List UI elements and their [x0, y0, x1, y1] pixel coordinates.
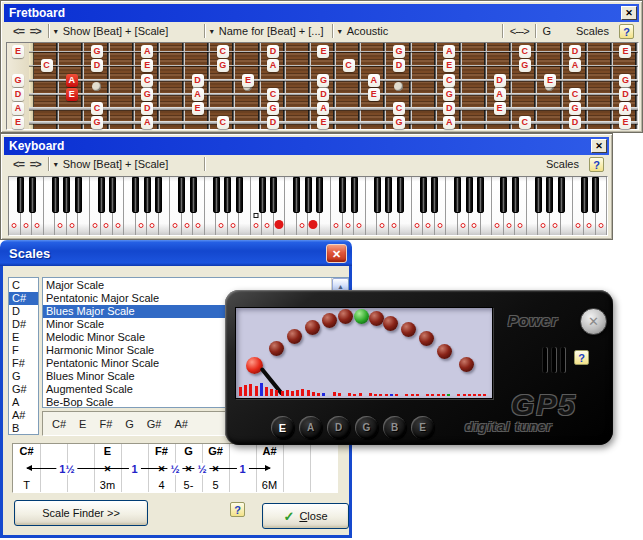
piano-black-key[interactable] — [431, 177, 438, 213]
piano-black-key[interactable] — [224, 177, 231, 213]
piano-black-key[interactable] — [75, 177, 82, 213]
piano-black-key[interactable] — [109, 177, 116, 213]
keyboard-toolbar: <= => ▾ Show [Beat] + [Scale] Scales ? — [4, 155, 609, 173]
piano-black-key[interactable] — [293, 177, 300, 213]
piano-black-key[interactable] — [512, 177, 519, 213]
piano-black-key[interactable] — [52, 177, 59, 213]
fretboard-note-chip: A — [443, 45, 455, 58]
fretboard-titlebar[interactable]: Fretboard ✕ — [4, 4, 639, 22]
tuner-string-button-5-b[interactable]: B — [383, 416, 406, 439]
scales-button[interactable]: Scales — [574, 25, 611, 37]
root-item-d[interactable]: D — [9, 305, 38, 318]
next-beat-button[interactable]: => — [27, 158, 44, 170]
piano-black-key[interactable] — [546, 177, 553, 213]
piano-black-key[interactable] — [144, 177, 151, 213]
piano-black-key[interactable] — [316, 177, 323, 213]
piano-note-active — [274, 220, 283, 229]
piano-black-key[interactable] — [155, 177, 162, 213]
scale-finder-button[interactable]: Scale Finder >> — [14, 500, 148, 526]
show-mode-dropdown[interactable]: ▾ Show [Beat] + [Scale] — [54, 158, 200, 170]
fret-wire — [132, 43, 135, 129]
close-label: Close — [299, 510, 327, 522]
desktop: Fretboard ✕ <= => ▾ Show [Beat] + [Scale… — [0, 0, 643, 540]
tuner-string-button-2-a[interactable]: A — [299, 416, 322, 439]
diagram-note-name: G# — [208, 445, 223, 457]
piano-black-key[interactable] — [454, 177, 461, 213]
piano-black-key[interactable] — [466, 177, 473, 213]
next-beat-button[interactable]: => — [27, 25, 44, 37]
piano-black-key[interactable] — [236, 177, 243, 213]
piano-black-key[interactable] — [558, 177, 565, 213]
spectrum-bar — [390, 394, 393, 396]
help-icon[interactable]: ? — [589, 157, 604, 172]
fretboard-close-button[interactable]: ✕ — [621, 6, 637, 20]
piano-black-key[interactable] — [213, 177, 220, 213]
piano-note-ring — [575, 223, 580, 228]
root-note-list[interactable]: CC#DD#EFF#GG#AA#B — [8, 277, 39, 435]
root-item-f[interactable]: F — [9, 344, 38, 357]
piano-note-ring — [196, 223, 201, 228]
piano-black-key[interactable] — [374, 177, 381, 213]
tuner-string-button-3-d[interactable]: D — [327, 416, 350, 439]
root-item-b[interactable]: B — [9, 422, 38, 435]
piano-black-key[interactable] — [385, 177, 392, 213]
piano-black-key[interactable] — [178, 177, 185, 213]
tuner-string-button-1-e[interactable]: E — [271, 416, 294, 439]
previous-beat-button[interactable]: <= — [10, 25, 27, 37]
root-item-g-sharp[interactable]: G# — [9, 383, 38, 396]
root-item-d-sharp[interactable]: D# — [9, 318, 38, 331]
fretboard-graphic[interactable]: EGACDEGACDECDEGACDEGAGACDEGACDEGDEGACDEG… — [6, 42, 639, 130]
power-button[interactable]: ✕ — [580, 308, 607, 335]
piano-black-key[interactable] — [98, 177, 105, 213]
piano-black-key[interactable] — [305, 177, 312, 213]
fretboard-note-chip: E — [12, 116, 24, 129]
root-item-c[interactable]: C — [9, 279, 38, 292]
scales-button[interactable]: Scales — [544, 158, 581, 170]
name-mode-dropdown[interactable]: ▾ Name for [Beat] + [...] — [210, 25, 328, 37]
piano-black-key[interactable] — [397, 177, 404, 213]
check-icon: ✓ — [283, 509, 294, 524]
tuner-string-button-6-e[interactable]: E — [411, 416, 434, 439]
piano-black-key[interactable] — [132, 177, 139, 213]
span-mode-button[interactable]: <---> — [508, 25, 531, 37]
spectrum-bar — [255, 386, 258, 396]
keyboard-close-button[interactable]: ✕ — [591, 139, 607, 153]
help-icon[interactable]: ? — [619, 24, 634, 39]
spectrum-bar — [333, 392, 336, 396]
piano-black-key[interactable] — [339, 177, 346, 213]
previous-beat-button[interactable]: <= — [10, 158, 27, 170]
instrument-dropdown[interactable]: ▾ Acoustic — [338, 25, 498, 37]
root-item-f-sharp[interactable]: F# — [9, 357, 38, 370]
fretboard-note-chip: G — [443, 88, 455, 101]
piano-black-key[interactable] — [477, 177, 484, 213]
scales-titlebar[interactable]: Scales ✕ — [0, 240, 352, 266]
show-mode-dropdown[interactable]: ▾ Show [Beat] + [Scale] — [54, 25, 200, 37]
piano-black-key[interactable] — [17, 177, 24, 213]
keyboard-titlebar[interactable]: Keyboard ✕ — [4, 137, 609, 155]
piano-black-key[interactable] — [500, 177, 507, 213]
piano-black-key[interactable] — [270, 177, 277, 213]
piano-note-ring — [460, 223, 465, 228]
piano-black-key[interactable] — [420, 177, 427, 213]
piano-black-key[interactable] — [29, 177, 36, 213]
close-button[interactable]: ✓ Close — [262, 503, 349, 529]
piano-black-key[interactable] — [581, 177, 588, 213]
root-item-g[interactable]: G — [9, 370, 38, 383]
scales-close-button[interactable]: ✕ — [326, 244, 347, 263]
tuning-indicator: G — [541, 25, 554, 37]
root-item-e[interactable]: E — [9, 331, 38, 344]
piano-black-key[interactable] — [259, 177, 266, 213]
root-item-a-sharp[interactable]: A# — [9, 409, 38, 422]
fretboard-note-chip: A — [317, 102, 329, 115]
tuner-string-button-4-g[interactable]: G — [355, 416, 378, 439]
piano-black-key[interactable] — [63, 177, 70, 213]
root-item-c-sharp[interactable]: C# — [9, 292, 38, 305]
piano-black-key[interactable] — [592, 177, 599, 213]
help-icon[interactable]: ? — [230, 502, 245, 517]
piano-black-key[interactable] — [190, 177, 197, 213]
piano[interactable] — [8, 176, 608, 236]
root-item-a[interactable]: A — [9, 396, 38, 409]
help-icon[interactable]: ? — [574, 350, 589, 365]
piano-black-key[interactable] — [351, 177, 358, 213]
piano-black-key[interactable] — [535, 177, 542, 213]
